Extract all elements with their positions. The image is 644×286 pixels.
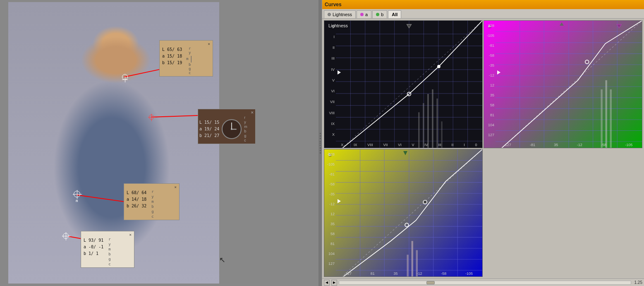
popup-2-a: a 19/ 24 bbox=[199, 126, 219, 132]
popup-1-b: b 15/ 19 bbox=[162, 60, 182, 66]
b-curve-svg bbox=[336, 149, 482, 277]
info-popup-2: ✕ L 15/ 15 a 19/ 24 b 21/ 27 rymbgc bbox=[198, 109, 256, 144]
svg-rect-22 bbox=[427, 94, 429, 148]
b-graph[interactable]: b -128 -105 -81 -58 -35 -12 12 35 58 81 … bbox=[324, 149, 483, 277]
popup-1-L: L 65/ 63 bbox=[162, 46, 182, 53]
svg-point-72 bbox=[423, 200, 427, 204]
curves-titlebar: Curves bbox=[322, 0, 644, 9]
tab-lightness-label: Lightness bbox=[333, 12, 352, 17]
b-x-axis: 127 81 35 -12 -58 -105 bbox=[336, 272, 482, 276]
svg-point-49 bbox=[585, 60, 589, 64]
scrollbar-area: ◀ ▶ 1.25 bbox=[322, 279, 644, 286]
scrollbar-track[interactable] bbox=[339, 281, 631, 285]
tab-all[interactable]: All bbox=[388, 10, 401, 18]
b-y-axis: -128 -105 -81 -58 -35 -12 12 35 58 81 10… bbox=[324, 149, 336, 269]
tab-b[interactable]: b bbox=[372, 10, 387, 18]
scroll-left-button[interactable]: ◀ bbox=[324, 280, 330, 286]
a-y-axis: 128 -105 -81 -58 -35 -12 12 35 58 81 104… bbox=[484, 21, 496, 140]
svg-rect-24 bbox=[436, 99, 438, 148]
popup-2-close[interactable]: ✕ bbox=[251, 111, 254, 115]
popup-2-b: b 21/ 27 bbox=[199, 132, 219, 139]
lightness-graph[interactable]: Lightness 0 I II III IV V VI VII VIII IX… bbox=[324, 20, 483, 148]
info-popup-3: ✕ L 68/ 64 a 14/ 18 b 26/ 32 rymbgc bbox=[124, 183, 180, 220]
info-popup-4: ✕ L 93/ 91 a -0/ -1 b 1/ 1 rymbgc bbox=[81, 231, 134, 268]
tab-a-label: a bbox=[365, 12, 368, 17]
popup-1-a: a 15/ 18 bbox=[162, 53, 182, 60]
crosshair-marker-2 bbox=[149, 115, 154, 120]
a-graph[interactable]: a 128 -105 -81 -58 -35 -12 12 35 58 81 1… bbox=[484, 20, 642, 148]
crosshair-marker-1 bbox=[122, 74, 128, 80]
b-top-marker bbox=[403, 151, 407, 155]
lightness-play-arrow bbox=[338, 70, 341, 75]
zoom-level: 1.25 bbox=[634, 280, 642, 285]
lightness-dot bbox=[328, 13, 331, 16]
clock-indicator bbox=[222, 119, 242, 139]
panel-divider[interactable]: ⋮ bbox=[318, 0, 322, 286]
svg-rect-47 bbox=[606, 80, 607, 148]
popup-4-b: b 1/ 1 bbox=[84, 250, 103, 257]
a-x-axis: 127 -81 35 -12 -58 -105 bbox=[496, 143, 642, 147]
info-popup-1: ✕ L 65/ 63 a 15/ 18 b 15/ 19 r y m | b g… bbox=[159, 40, 213, 77]
lightness-x-axis: X IX VIII VII VI V IV III II I 0 bbox=[336, 143, 482, 147]
svg-marker-28 bbox=[407, 24, 411, 28]
curves-content: Lightness 0 I II III IV V VI VII VIII IX… bbox=[322, 19, 644, 279]
cursor-arrow: ↖ bbox=[219, 255, 225, 264]
a-dot bbox=[360, 13, 364, 16]
popup-3-b: b 26/ 32 bbox=[127, 203, 146, 209]
a-top-marker bbox=[560, 22, 564, 26]
empty-slot bbox=[484, 149, 642, 277]
popup-1-close[interactable]: ✕ bbox=[208, 42, 210, 46]
lightness-curve-svg bbox=[336, 21, 482, 148]
svg-marker-50 bbox=[617, 24, 621, 28]
tab-lightness[interactable]: Lightness bbox=[324, 10, 356, 18]
popup-4-close[interactable]: ✕ bbox=[129, 233, 132, 237]
svg-rect-46 bbox=[601, 89, 602, 148]
crosshair-marker-3: n bbox=[74, 191, 80, 197]
scrollbar-thumb[interactable] bbox=[426, 281, 435, 284]
tab-a[interactable]: a bbox=[357, 10, 371, 18]
popup-3-a: a 14/ 18 bbox=[127, 196, 146, 203]
svg-point-27 bbox=[438, 65, 441, 68]
b-dot bbox=[376, 13, 379, 16]
curves-title: Curves bbox=[325, 2, 342, 7]
popup-4-a: a -0/ -1 bbox=[84, 244, 103, 250]
popup-3-L: L 68/ 64 bbox=[127, 190, 146, 196]
svg-rect-21 bbox=[423, 103, 424, 148]
popup-3-close[interactable]: ✕ bbox=[175, 185, 177, 189]
popup-4-L: L 93/ 91 bbox=[84, 237, 103, 244]
lightness-y-axis: 0 I II III IV V VI VII VIII IX X bbox=[324, 21, 336, 140]
b-play-arrow bbox=[338, 199, 341, 203]
popup-2-L: L 15/ 15 bbox=[199, 119, 219, 126]
a-play-arrow bbox=[497, 70, 500, 75]
scroll-right-button[interactable]: ▶ bbox=[331, 280, 337, 286]
photo-panel: n ✕ L 65/ 63 a 15/ 18 b 15/ 19 r y bbox=[0, 0, 318, 286]
svg-rect-23 bbox=[432, 89, 433, 148]
svg-rect-48 bbox=[610, 89, 612, 148]
curves-tabs: Lightness a b All bbox=[322, 9, 644, 19]
tab-b-label: b bbox=[381, 12, 383, 17]
a-curve-svg bbox=[496, 21, 642, 148]
tab-all-label: All bbox=[392, 12, 397, 17]
crosshair-marker-4 bbox=[63, 233, 69, 239]
curves-panel: Curves Lightness a b All Lightness 0 bbox=[322, 0, 644, 286]
